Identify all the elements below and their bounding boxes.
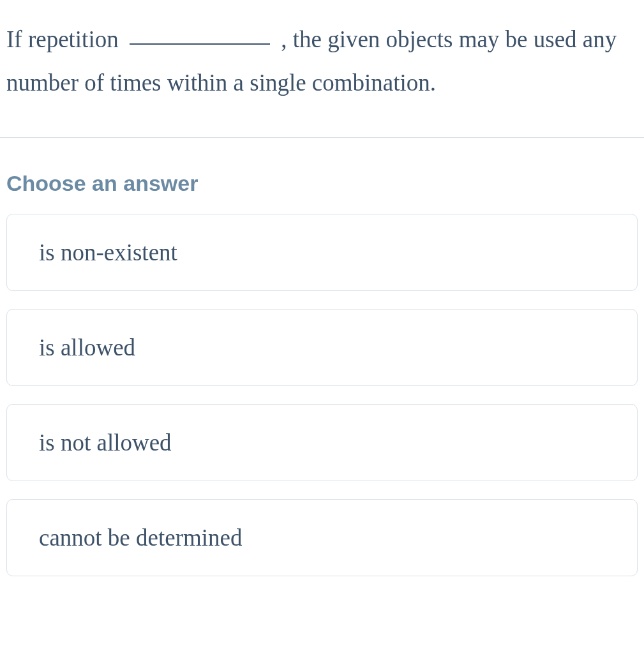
option-label: cannot be determined xyxy=(39,525,242,551)
options-list: is non-existent is allowed is not allowe… xyxy=(0,214,644,576)
option-label: is allowed xyxy=(39,334,135,361)
option-c[interactable]: is not allowed xyxy=(6,404,638,481)
option-a[interactable]: is non-existent xyxy=(6,214,638,291)
option-d[interactable]: cannot be determined xyxy=(6,499,638,576)
option-label: is non-existent xyxy=(39,239,177,265)
question-text: If repetition , the given objects may be… xyxy=(0,0,644,137)
question-prefix: If repetition xyxy=(6,26,124,52)
fill-in-blank xyxy=(130,43,270,45)
answer-prompt: Choose an answer xyxy=(0,138,644,214)
option-label: is not allowed xyxy=(39,429,172,456)
option-b[interactable]: is allowed xyxy=(6,309,638,386)
